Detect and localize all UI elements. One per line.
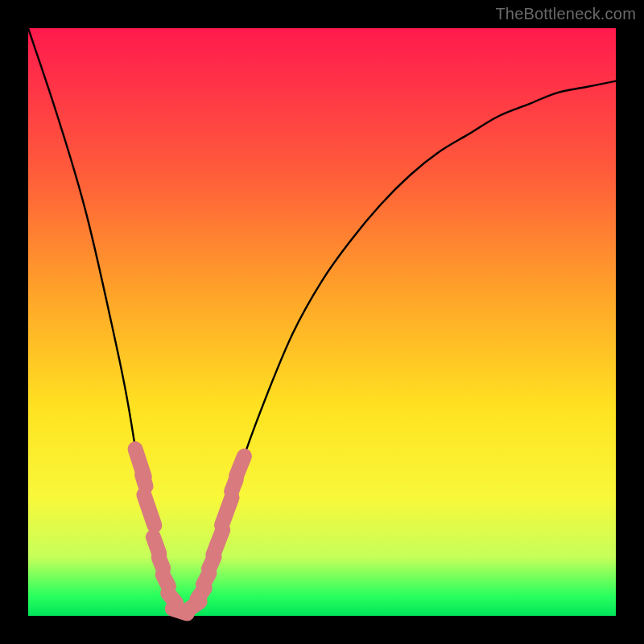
overlay-segment <box>237 456 245 476</box>
overlay-segment <box>142 475 147 486</box>
watermark-text: TheBottleneck.com <box>495 5 636 23</box>
overlay-segment <box>163 575 168 586</box>
plot-area <box>28 28 616 616</box>
overlay-segment <box>159 558 163 569</box>
overlay-segment <box>213 530 223 555</box>
curve-svg <box>28 28 616 616</box>
chart-frame: TheBottleneck.com <box>0 0 644 644</box>
overlay-segment <box>144 495 155 526</box>
overlay-segments <box>135 449 244 613</box>
overlay-segment <box>221 497 231 525</box>
bottleneck-curve <box>28 28 616 617</box>
